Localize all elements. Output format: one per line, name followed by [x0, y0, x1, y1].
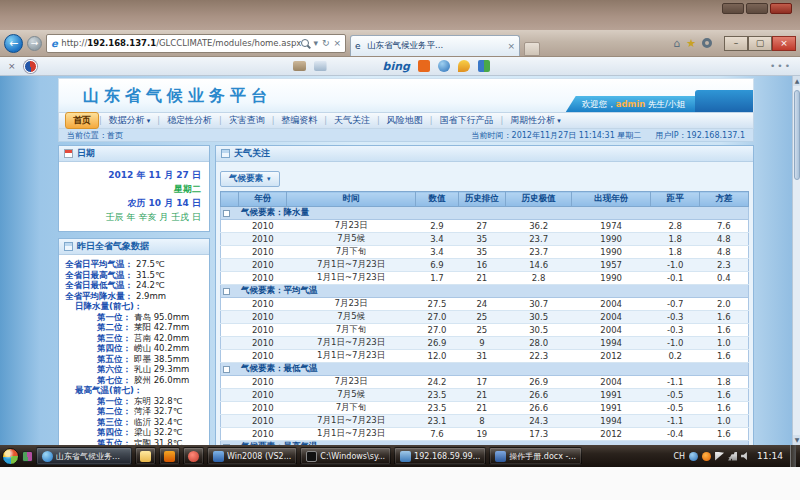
column-header-2[interactable]: 数值 — [416, 192, 458, 207]
climate-element-button[interactable]: 气候要素 ▾ — [220, 171, 280, 187]
taskbar-app-word[interactable]: 操作手册.docx -... — [489, 447, 582, 465]
column-header-4[interactable]: 历史极值 — [506, 192, 572, 207]
tab-title: 山东省气候业务平... — [367, 40, 443, 52]
clock[interactable]: 11:14 — [757, 451, 783, 461]
apps-icon[interactable] — [478, 60, 490, 72]
checkbox[interactable] — [223, 366, 230, 373]
cell-4: 17.3 — [506, 428, 572, 441]
cell-2: 3.4 — [416, 246, 458, 259]
address-bar[interactable]: e http://192.168.137.1/GLCCLIMATE/module… — [46, 34, 346, 53]
checkbox[interactable] — [223, 288, 230, 295]
row-checkbox-cell — [221, 415, 239, 428]
nav-item-0[interactable]: 首页 — [65, 112, 99, 129]
language-indicator[interactable]: CH — [673, 452, 685, 461]
column-header-1[interactable]: 时间 — [286, 192, 415, 207]
cell-7: 1.6 — [700, 311, 749, 324]
cell-2: 27.5 — [416, 298, 458, 311]
taskbar: 山东省气候业务平...Win2008 (VS2...C:\Windows\sy.… — [0, 445, 800, 467]
taskbar-app-red[interactable] — [183, 447, 204, 465]
forward-button[interactable]: → — [27, 36, 42, 51]
wallet-icon[interactable] — [293, 61, 306, 71]
screen: ← → e http://192.168.137.1/GLCCLIMATE/mo… — [0, 0, 800, 500]
header-accent-block — [695, 90, 753, 112]
bg-maximize-button[interactable] — [746, 3, 768, 14]
bing-logo[interactable]: bing — [383, 60, 410, 73]
scroll-down-icon[interactable]: ▼ — [793, 435, 800, 445]
url-path: /GLCCLIMATE/modules/home.aspx — [156, 38, 301, 48]
nav-item-3[interactable]: 灾害查询 — [222, 113, 272, 128]
cell-3: 17 — [458, 376, 506, 389]
bg-close-button[interactable] — [770, 3, 792, 14]
cell-6: -1.1 — [651, 376, 700, 389]
cell-5: 1957 — [572, 259, 651, 272]
cell-3: 35 — [458, 246, 506, 259]
rdp-icon — [400, 451, 411, 462]
checkbox[interactable] — [223, 210, 230, 217]
network-icon[interactable] — [728, 452, 737, 461]
tab-favicon-icon: e — [355, 41, 364, 51]
home-icon[interactable]: ⌂ — [673, 37, 680, 50]
refresh-button[interactable]: ↻ — [322, 38, 330, 48]
bird-icon[interactable] — [458, 60, 470, 72]
scrollbar-thumb[interactable] — [794, 90, 800, 180]
gadget-icon[interactable] — [22, 451, 33, 462]
column-header-7[interactable]: 方差 — [700, 192, 749, 207]
nav-item-4[interactable]: 整编资料 — [274, 113, 324, 128]
taskbar-app-explorer[interactable] — [135, 447, 156, 465]
breadcrumb[interactable]: 当前位置：首页 — [67, 130, 123, 141]
start-button[interactable] — [2, 448, 19, 465]
table-row: 20107月1日~7月23日6.91614.61957-1.02.3 — [221, 259, 749, 272]
nav-item-1[interactable]: 数据分析▾ — [102, 113, 158, 128]
nav-item-5[interactable]: 天气关注 — [327, 113, 377, 128]
bing-box-icon[interactable] — [418, 60, 430, 72]
stop-button[interactable]: × — [333, 38, 341, 48]
back-button[interactable]: ← — [4, 34, 23, 53]
search-icon[interactable] — [301, 39, 309, 47]
volume-icon[interactable] — [741, 452, 750, 461]
cell-0: 2010 — [239, 428, 287, 441]
cell-1: 7月23日 — [286, 298, 415, 311]
taskbar-app-vm[interactable]: Win2008 (VS2... — [207, 447, 297, 465]
column-header-5[interactable]: 出现年份 — [572, 192, 651, 207]
nav-item-2[interactable]: 稳定性分析 — [160, 113, 219, 128]
mail-icon[interactable] — [314, 61, 327, 71]
tab-close-icon[interactable]: × — [507, 41, 515, 51]
flag-icon[interactable] — [715, 452, 724, 461]
rank-value: 梁山 32.2℃ — [134, 427, 182, 438]
cell-6: -0.1 — [651, 272, 700, 285]
window-minimize-button[interactable]: – — [724, 36, 748, 51]
globe-icon[interactable] — [689, 452, 698, 461]
settings-gear-icon[interactable] — [702, 38, 712, 48]
messenger-icon[interactable] — [438, 60, 450, 72]
page-scrollbar[interactable]: ▲ ▼ — [792, 76, 800, 445]
favorites-star-icon[interactable]: ★ — [686, 37, 696, 50]
bg-minimize-button[interactable] — [722, 3, 744, 14]
window-close-button[interactable]: × — [772, 36, 796, 51]
autocomplete-dropdown-icon[interactable]: ▾ — [313, 38, 318, 48]
nav-item-6[interactable]: 风险地图 — [380, 113, 430, 128]
task-label: 操作手册.docx -... — [509, 451, 576, 462]
more-options-icon[interactable]: ••• — [770, 61, 792, 71]
taskbar-app-cmd[interactable]: C:\Windows\sy... — [300, 447, 391, 465]
taskbar-app-rdp[interactable]: 192.168.59.99... — [394, 447, 486, 465]
addon-emblem-icon[interactable] — [24, 60, 37, 73]
nav-item-8[interactable]: 周期性分析▾ — [503, 113, 568, 128]
table-row: 20107月1日~7月23日26.9928.01994-1.01.0 — [221, 337, 749, 350]
show-desktop-button[interactable] — [790, 445, 796, 467]
column-header-3[interactable]: 历史排位 — [458, 192, 506, 207]
cell-1: 7月1日~7月23日 — [286, 259, 415, 272]
nav-item-7[interactable]: 国省下行产品 — [432, 113, 500, 128]
chevron-down-icon: ▾ — [147, 117, 151, 125]
taskbar-app-orange[interactable] — [159, 447, 180, 465]
column-header-6[interactable]: 距平 — [651, 192, 700, 207]
window-maximize-button[interactable]: ▢ — [748, 36, 772, 51]
rank-value: 定陶 31.8℃ — [134, 438, 182, 446]
addon-close-icon[interactable]: × — [8, 61, 16, 71]
scroll-up-icon[interactable]: ▲ — [793, 76, 800, 86]
cell-3: 21 — [458, 389, 506, 402]
firefox-icon[interactable] — [702, 452, 711, 461]
browser-tab[interactable]: e 山东省气候业务平... × — [350, 35, 520, 56]
taskbar-app-ie[interactable]: 山东省气候业务平... — [36, 447, 132, 465]
column-header-0[interactable]: 年份 — [239, 192, 287, 207]
new-tab-button[interactable] — [524, 42, 540, 56]
